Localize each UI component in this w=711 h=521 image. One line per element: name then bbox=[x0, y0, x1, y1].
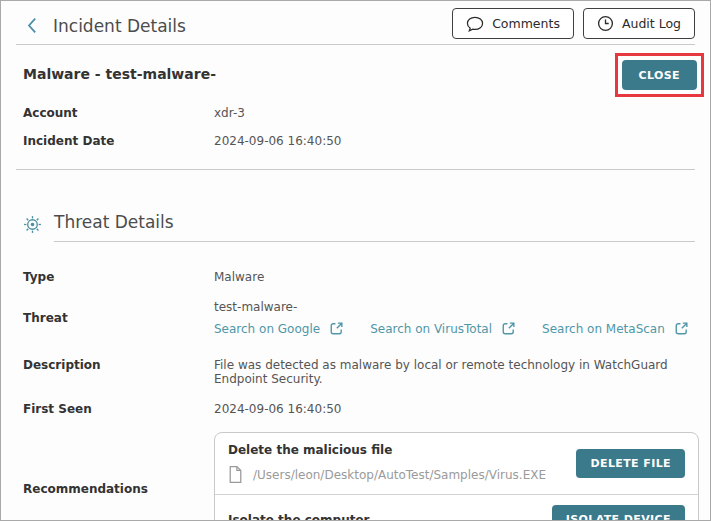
incident-details-content: Malware - test-malware- CLOSE Account xd… bbox=[1, 56, 710, 521]
audit-log-button-label: Audit Log bbox=[622, 16, 681, 31]
search-on-metascan-link[interactable]: Search on MetaScan bbox=[542, 321, 689, 336]
audit-log-button[interactable]: Audit Log bbox=[583, 8, 695, 39]
virus-icon bbox=[22, 214, 43, 235]
recommendation-title: Isolate the computer bbox=[228, 513, 370, 521]
external-link-icon bbox=[329, 321, 344, 336]
incident-date-label: Incident Date bbox=[23, 134, 214, 148]
threat-value-block: test-malware- Search on Google Search on… bbox=[214, 300, 689, 336]
recommendations-box: Delete the malicious file /Users/leon/De… bbox=[214, 432, 699, 521]
threat-details-title: Threat Details bbox=[54, 212, 695, 232]
search-on-virustotal-label: Search on VirusTotal bbox=[370, 322, 492, 336]
search-on-metascan-label: Search on MetaScan bbox=[542, 322, 665, 336]
top-bar-actions: Comments Audit Log bbox=[452, 8, 695, 39]
incident-title: Malware - test-malware- bbox=[16, 56, 695, 92]
recommendation-delete-file-info: Delete the malicious file /Users/leon/De… bbox=[228, 443, 546, 484]
search-on-google-link[interactable]: Search on Google bbox=[214, 321, 344, 336]
search-on-google-label: Search on Google bbox=[214, 322, 320, 336]
annotation-highlight: CLOSE bbox=[615, 53, 704, 97]
description-value: File was detected as malware by local or… bbox=[214, 358, 695, 386]
recommendation-title: Delete the malicious file bbox=[228, 443, 546, 457]
description-label: Description bbox=[23, 358, 214, 372]
page-title: Incident Details bbox=[53, 16, 186, 36]
type-row: Type Malware bbox=[16, 270, 695, 284]
account-value: xdr-3 bbox=[214, 106, 245, 120]
incident-details-page: Incident Details Comments Audit Log Malw… bbox=[0, 0, 711, 521]
type-label: Type bbox=[23, 270, 214, 284]
type-value: Malware bbox=[214, 270, 264, 284]
incident-date-row: Incident Date 2024-09-06 16:40:50 bbox=[16, 134, 695, 148]
malicious-file-row: /Users/leon/Desktop/AutoTest/Samples/Vir… bbox=[228, 465, 546, 484]
comments-button[interactable]: Comments bbox=[452, 8, 574, 39]
recommendations-row: Recommendations Delete the malicious fil… bbox=[16, 432, 695, 521]
close-button[interactable]: CLOSE bbox=[622, 60, 697, 90]
malicious-file-path: /Users/leon/Desktop/AutoTest/Samples/Vir… bbox=[253, 468, 546, 482]
incident-title-row: Malware - test-malware- CLOSE bbox=[16, 56, 695, 92]
threat-details-header: Threat Details bbox=[16, 212, 695, 242]
clock-icon bbox=[597, 15, 614, 32]
incident-date-value: 2024-09-06 16:40:50 bbox=[214, 134, 341, 148]
section-divider bbox=[16, 169, 695, 170]
back-button[interactable] bbox=[24, 15, 40, 36]
comments-button-label: Comments bbox=[492, 16, 560, 31]
threat-label: Threat bbox=[23, 311, 214, 325]
delete-file-button[interactable]: DELETE FILE bbox=[576, 449, 685, 478]
first-seen-label: First Seen bbox=[23, 402, 214, 416]
threat-row: Threat test-malware- Search on Google Se… bbox=[16, 300, 695, 336]
isolate-device-button[interactable]: ISOLATE DEVICE bbox=[552, 505, 685, 521]
external-link-icon bbox=[501, 321, 516, 336]
account-row: Account xdr-3 bbox=[16, 106, 695, 120]
external-link-icon bbox=[674, 321, 689, 336]
first-seen-value: 2024-09-06 16:40:50 bbox=[214, 402, 341, 416]
first-seen-row: First Seen 2024-09-06 16:40:50 bbox=[16, 402, 695, 416]
file-icon bbox=[228, 465, 243, 484]
top-bar-left: Incident Details bbox=[16, 15, 186, 39]
threat-search-links: Search on Google Search on VirusTotal Se… bbox=[214, 321, 689, 336]
threat-details-title-wrap: Threat Details bbox=[54, 212, 695, 242]
chevron-left-icon bbox=[26, 17, 38, 34]
speech-bubble-icon bbox=[466, 16, 484, 32]
recommendation-isolate-computer: Isolate the computer ISOLATE DEVICE bbox=[215, 494, 698, 521]
top-bar: Incident Details Comments Audit Log bbox=[16, 1, 695, 45]
description-row: Description File was detected as malware… bbox=[16, 358, 695, 386]
search-on-virustotal-link[interactable]: Search on VirusTotal bbox=[370, 321, 516, 336]
recommendation-delete-file: Delete the malicious file /Users/leon/De… bbox=[215, 433, 698, 494]
recommendations-label: Recommendations bbox=[23, 482, 214, 496]
threat-value: test-malware- bbox=[214, 300, 689, 314]
account-label: Account bbox=[23, 106, 214, 120]
